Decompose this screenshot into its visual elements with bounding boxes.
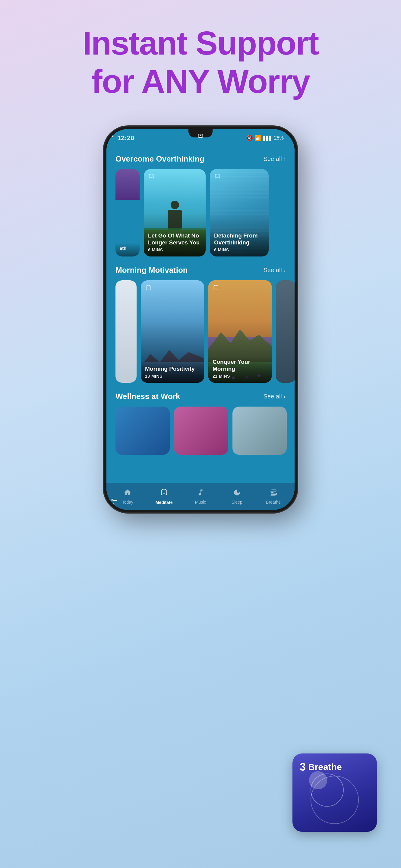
card-title-let-go: Let Go Of What No Longer Serves You [148, 232, 202, 246]
section-title-motivation: Morning Motivation [116, 266, 188, 275]
breathe-card-container: 3 Breathe [292, 753, 377, 832]
section-morning-motivation: Morning Motivation See all › [106, 259, 295, 386]
section-title-wellness: Wellness at Work [116, 392, 180, 401]
breathe-inner-circle [309, 771, 327, 789]
battery-level: 28% [274, 135, 284, 141]
book-icon-morning-positivity [145, 284, 152, 293]
card-info-detaching: Detaching From Overthinking 6 MINS [210, 229, 269, 256]
cards-row-motivation: Morning Positivity 13 MINS [116, 280, 285, 383]
see-all-overthinking[interactable]: See all › [264, 156, 285, 162]
section-header-motivation: Morning Motivation See all › [116, 266, 285, 275]
card-partial-white [116, 280, 136, 383]
cards-row-overthinking: ath [116, 169, 285, 256]
breathe-label: Breathe [308, 762, 342, 772]
card-conquer-morning[interactable]: Conquer Your Morning 21 MINS [208, 280, 272, 383]
see-all-wellness[interactable]: See all › [264, 393, 285, 400]
section-overcome-overthinking: Overcome Overthinking See all › ath [106, 147, 295, 259]
section-title-overthinking: Overcome Overthinking [116, 154, 205, 164]
section-header-overthinking: Overcome Overthinking See all › [116, 154, 285, 164]
hero-title-line2: for ANY Worry [91, 63, 310, 100]
music-icon [196, 489, 205, 498]
phone-mockup: 12:20 🔇 📶 ▌▌▌ 28% Overcome Overthinking … [104, 127, 297, 513]
card-duration-conquer: 21 MINS [213, 374, 268, 378]
breathe-card[interactable]: 3 Breathe [292, 753, 377, 832]
card-partial-flowers[interactable]: ath [116, 169, 140, 256]
card-info-conquer: Conquer Your Morning 21 MINS [208, 355, 272, 383]
card-info-let-go: Let Go Of What No Longer Serves You 6 MI… [144, 229, 206, 256]
hero-section: Instant Support for ANY Worry [18, 24, 383, 100]
card-info-morning-positivity: Morning Positivity 13 MINS [141, 363, 204, 383]
wifi-icon: 📶 [255, 135, 261, 141]
breathe-nav-icon [270, 489, 277, 498]
section-header-wellness: Wellness at Work See all › [116, 392, 285, 401]
card-detaching[interactable]: Detaching From Overthinking 6 MINS [210, 169, 269, 256]
see-all-motivation[interactable]: See all › [264, 267, 285, 274]
card-partial-right: Ins... 9 M... [276, 280, 295, 383]
card-wellness-3[interactable] [233, 407, 287, 455]
section-wellness-work: Wellness at Work See all › [106, 386, 295, 458]
card-title-partial: ath [120, 246, 135, 251]
book-icon-detaching [214, 173, 221, 182]
card-title-detaching: Detaching From Overthinking [214, 232, 265, 246]
card-duration-let-go: 6 MINS [148, 247, 202, 252]
card-title-morning-positivity: Morning Positivity [145, 366, 200, 373]
cards-row-wellness [116, 407, 285, 455]
book-icon-let-go [148, 173, 155, 182]
card-let-go[interactable]: Let Go Of What No Longer Serves You 6 MI… [144, 169, 206, 256]
home-icon [124, 489, 131, 498]
card-title-conquer: Conquer Your Morning [213, 359, 268, 373]
card-wellness-1[interactable] [116, 407, 170, 455]
phone-frame: 12:20 🔇 📶 ▌▌▌ 28% Overcome Overthinking … [104, 127, 297, 513]
breathe-number: 3 [300, 761, 306, 773]
book-icon-conquer [213, 284, 219, 293]
signal-icon: ▌▌▌ [263, 135, 272, 141]
sleep-icon [233, 489, 241, 498]
card-duration-morning-positivity: 13 MINS [145, 374, 200, 378]
phone-screen: 12:20 🔇 📶 ▌▌▌ 28% Overcome Overthinking … [106, 129, 295, 510]
hero-title: Instant Support for ANY Worry [18, 24, 383, 100]
bottom-nav: Today Meditate Mus [106, 483, 295, 510]
hero-title-line1: Instant Support [83, 24, 319, 61]
status-time: 12:20 [117, 134, 134, 142]
card-wellness-2[interactable] [174, 407, 228, 455]
mute-icon: 🔇 [246, 135, 253, 141]
card-morning-positivity[interactable]: Morning Positivity 13 MINS [141, 280, 204, 383]
screen-content[interactable]: Overcome Overthinking See all › ath [106, 147, 295, 483]
card-duration-detaching: 6 MINS [214, 247, 265, 252]
status-icons: 🔇 📶 ▌▌▌ 28% [246, 135, 284, 141]
